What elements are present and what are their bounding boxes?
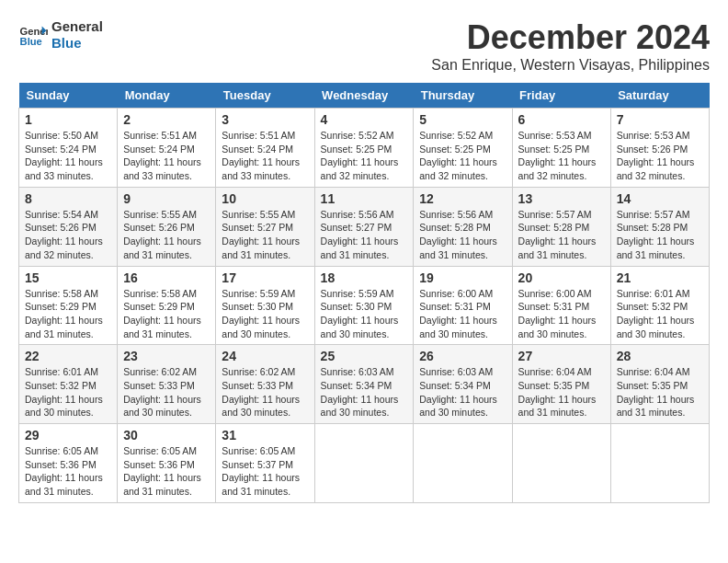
- calendar-cell: 4Sunrise: 5:52 AMSunset: 5:25 PMDaylight…: [314, 109, 414, 188]
- day-info: Sunrise: 5:56 AMSunset: 5:27 PMDaylight:…: [321, 208, 408, 262]
- header: General Blue General Blue December 2024 …: [18, 18, 710, 74]
- day-info: Sunrise: 6:03 AMSunset: 5:34 PMDaylight:…: [321, 365, 408, 419]
- day-header-friday: Friday: [512, 83, 610, 109]
- day-info: Sunrise: 5:52 AMSunset: 5:25 PMDaylight:…: [321, 129, 408, 183]
- day-number: 16: [123, 270, 210, 285]
- calendar-cell: 2Sunrise: 5:51 AMSunset: 5:24 PMDaylight…: [118, 109, 216, 188]
- day-number: 13: [518, 191, 605, 206]
- calendar-cell: 29Sunrise: 6:05 AMSunset: 5:36 PMDayligh…: [19, 424, 118, 503]
- day-number: 2: [123, 112, 210, 127]
- svg-text:Blue: Blue: [20, 36, 42, 47]
- title-area: December 2024 San Enrique, Western Visay…: [431, 18, 710, 74]
- logo-icon: General Blue: [18, 20, 48, 50]
- day-header-sunday: Sunday: [19, 83, 118, 109]
- calendar-cell: 31Sunrise: 6:05 AMSunset: 5:37 PMDayligh…: [216, 424, 314, 503]
- calendar-cell: 21Sunrise: 6:01 AMSunset: 5:32 PMDayligh…: [610, 266, 709, 345]
- calendar-cell: 28Sunrise: 6:04 AMSunset: 5:35 PMDayligh…: [610, 345, 709, 424]
- day-number: 14: [617, 191, 703, 206]
- calendar-cell: 8Sunrise: 5:54 AMSunset: 5:26 PMDaylight…: [19, 187, 118, 266]
- calendar-cell: 24Sunrise: 6:02 AMSunset: 5:33 PMDayligh…: [216, 345, 314, 424]
- calendar-cell: 10Sunrise: 5:55 AMSunset: 5:27 PMDayligh…: [216, 187, 314, 266]
- day-number: 26: [419, 349, 506, 363]
- day-info: Sunrise: 5:57 AMSunset: 5:28 PMDaylight:…: [617, 208, 703, 262]
- day-header-monday: Monday: [118, 83, 216, 109]
- day-info: Sunrise: 5:54 AMSunset: 5:26 PMDaylight:…: [25, 208, 111, 262]
- calendar-cell: [414, 424, 512, 503]
- calendar-cell: 18Sunrise: 5:59 AMSunset: 5:30 PMDayligh…: [314, 266, 414, 345]
- day-number: 9: [123, 191, 210, 206]
- day-info: Sunrise: 6:02 AMSunset: 5:33 PMDaylight:…: [222, 365, 308, 419]
- calendar-cell: 9Sunrise: 5:55 AMSunset: 5:26 PMDaylight…: [118, 187, 216, 266]
- day-info: Sunrise: 6:04 AMSunset: 5:35 PMDaylight:…: [518, 365, 605, 419]
- day-number: 18: [321, 270, 408, 285]
- day-info: Sunrise: 5:50 AMSunset: 5:24 PMDaylight:…: [25, 129, 111, 183]
- calendar-cell: 16Sunrise: 5:58 AMSunset: 5:29 PMDayligh…: [118, 266, 216, 345]
- day-number: 1: [25, 112, 111, 127]
- day-info: Sunrise: 6:05 AMSunset: 5:37 PMDaylight:…: [222, 444, 308, 499]
- calendar-week-row: 22Sunrise: 6:01 AMSunset: 5:32 PMDayligh…: [19, 345, 710, 424]
- day-info: Sunrise: 5:56 AMSunset: 5:28 PMDaylight:…: [419, 208, 506, 262]
- calendar-cell: 3Sunrise: 5:51 AMSunset: 5:24 PMDaylight…: [216, 109, 314, 188]
- calendar-body: 1Sunrise: 5:50 AMSunset: 5:24 PMDaylight…: [19, 109, 710, 503]
- day-header-wednesday: Wednesday: [314, 83, 414, 109]
- day-number: 28: [617, 349, 703, 363]
- day-number: 10: [222, 191, 308, 206]
- calendar-cell: 20Sunrise: 6:00 AMSunset: 5:31 PMDayligh…: [512, 266, 610, 345]
- day-info: Sunrise: 5:51 AMSunset: 5:24 PMDaylight:…: [123, 129, 210, 183]
- calendar-cell: 27Sunrise: 6:04 AMSunset: 5:35 PMDayligh…: [512, 345, 610, 424]
- day-info: Sunrise: 5:52 AMSunset: 5:25 PMDaylight:…: [419, 129, 506, 183]
- calendar-week-row: 29Sunrise: 6:05 AMSunset: 5:36 PMDayligh…: [19, 424, 710, 503]
- logo-text-blue: Blue: [51, 35, 103, 52]
- calendar-week-row: 8Sunrise: 5:54 AMSunset: 5:26 PMDaylight…: [19, 187, 710, 266]
- day-info: Sunrise: 5:58 AMSunset: 5:29 PMDaylight:…: [25, 287, 111, 341]
- day-number: 5: [419, 112, 506, 127]
- day-number: 11: [321, 191, 408, 206]
- calendar-cell: 23Sunrise: 6:02 AMSunset: 5:33 PMDayligh…: [118, 345, 216, 424]
- day-number: 25: [321, 349, 408, 363]
- calendar-cell: 14Sunrise: 5:57 AMSunset: 5:28 PMDayligh…: [610, 187, 709, 266]
- calendar-cell: 11Sunrise: 5:56 AMSunset: 5:27 PMDayligh…: [314, 187, 414, 266]
- day-number: 30: [123, 428, 210, 442]
- day-number: 12: [419, 191, 506, 206]
- day-header-saturday: Saturday: [610, 83, 709, 109]
- calendar-cell: [314, 424, 414, 503]
- logo-text-general: General: [51, 18, 103, 35]
- day-info: Sunrise: 5:59 AMSunset: 5:30 PMDaylight:…: [321, 287, 408, 341]
- calendar-cell: 5Sunrise: 5:52 AMSunset: 5:25 PMDaylight…: [414, 109, 512, 188]
- calendar-cell: 13Sunrise: 5:57 AMSunset: 5:28 PMDayligh…: [512, 187, 610, 266]
- calendar-week-row: 1Sunrise: 5:50 AMSunset: 5:24 PMDaylight…: [19, 109, 710, 188]
- day-number: 23: [123, 349, 210, 363]
- day-info: Sunrise: 6:01 AMSunset: 5:32 PMDaylight:…: [617, 287, 703, 341]
- day-info: Sunrise: 5:55 AMSunset: 5:27 PMDaylight:…: [222, 208, 308, 262]
- day-info: Sunrise: 5:59 AMSunset: 5:30 PMDaylight:…: [222, 287, 308, 341]
- day-info: Sunrise: 6:05 AMSunset: 5:36 PMDaylight:…: [123, 444, 210, 499]
- day-number: 22: [25, 349, 111, 363]
- calendar-cell: 19Sunrise: 6:00 AMSunset: 5:31 PMDayligh…: [414, 266, 512, 345]
- calendar-cell: 15Sunrise: 5:58 AMSunset: 5:29 PMDayligh…: [19, 266, 118, 345]
- logo: General Blue General Blue: [18, 18, 103, 52]
- day-number: 31: [222, 428, 308, 442]
- day-info: Sunrise: 5:53 AMSunset: 5:26 PMDaylight:…: [617, 129, 703, 183]
- day-number: 24: [222, 349, 308, 363]
- day-info: Sunrise: 5:53 AMSunset: 5:25 PMDaylight:…: [518, 129, 605, 183]
- calendar-cell: 17Sunrise: 5:59 AMSunset: 5:30 PMDayligh…: [216, 266, 314, 345]
- day-info: Sunrise: 6:00 AMSunset: 5:31 PMDaylight:…: [518, 287, 605, 341]
- day-info: Sunrise: 6:02 AMSunset: 5:33 PMDaylight:…: [123, 365, 210, 419]
- day-info: Sunrise: 6:00 AMSunset: 5:31 PMDaylight:…: [419, 287, 506, 341]
- location-title: San Enrique, Western Visayas, Philippine…: [431, 57, 710, 74]
- day-number: 3: [222, 112, 308, 127]
- day-info: Sunrise: 5:51 AMSunset: 5:24 PMDaylight:…: [222, 129, 308, 183]
- day-number: 6: [518, 112, 605, 127]
- calendar-cell: 26Sunrise: 6:03 AMSunset: 5:34 PMDayligh…: [414, 345, 512, 424]
- day-number: 17: [222, 270, 308, 285]
- month-title: December 2024: [431, 18, 710, 57]
- calendar-cell: 1Sunrise: 5:50 AMSunset: 5:24 PMDaylight…: [19, 109, 118, 188]
- day-header-thursday: Thursday: [414, 83, 512, 109]
- day-number: 8: [25, 191, 111, 206]
- calendar-cell: 22Sunrise: 6:01 AMSunset: 5:32 PMDayligh…: [19, 345, 118, 424]
- day-info: Sunrise: 5:57 AMSunset: 5:28 PMDaylight:…: [518, 208, 605, 262]
- day-number: 29: [25, 428, 111, 442]
- calendar-cell: [610, 424, 709, 503]
- day-info: Sunrise: 5:58 AMSunset: 5:29 PMDaylight:…: [123, 287, 210, 341]
- day-info: Sunrise: 6:04 AMSunset: 5:35 PMDaylight:…: [617, 365, 703, 419]
